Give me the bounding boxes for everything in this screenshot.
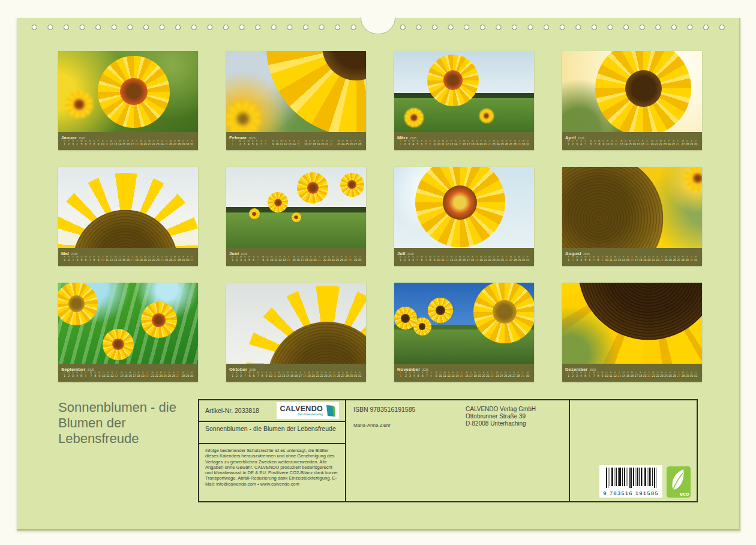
day-number: 2 [403, 259, 407, 262]
day-number: 24 [664, 259, 668, 262]
day-number: 23 [327, 259, 331, 262]
weekday-letter: M [420, 256, 424, 258]
day-number: 12 [109, 259, 113, 262]
weekday-letter: S [256, 256, 260, 258]
weekday-letter: D [358, 256, 362, 258]
page-title: Sonnenblumen - die Blumen der Lebensfreu… [58, 400, 197, 447]
weekday-letter: F [75, 372, 79, 374]
day-number: 22 [488, 259, 492, 262]
weekday-letter: S [429, 372, 433, 374]
day-number: 24 [341, 143, 345, 146]
day-number: 27 [681, 143, 685, 146]
day-number: 24 [499, 375, 503, 378]
calendar-week: M21D22M23D24F25S26S27 [652, 372, 681, 378]
weekday-letter: M [316, 372, 320, 374]
weekday-letter: M [488, 256, 492, 258]
day-number: 5 [583, 143, 587, 146]
month-thumbnail-grid: Januar2026 D1F2S3S4M5D6M7D8F9S10S11M12D1… [58, 51, 702, 382]
month-photo [562, 283, 702, 364]
day-number: 5 [251, 143, 255, 146]
weekday-letter: M [634, 256, 638, 258]
weekday-letter: D [62, 140, 67, 142]
weekday-letter: M [312, 140, 316, 142]
day-number: 20 [311, 375, 316, 378]
weekday-letter: F [126, 140, 130, 142]
weekday-letter: S [282, 256, 286, 258]
weekday-letter: M [613, 256, 617, 258]
weekday-letter: M [652, 372, 656, 374]
day-number: 7 [89, 375, 93, 378]
barcode-number: 9 783516 191585 [603, 490, 659, 496]
day-number: 15 [458, 143, 462, 146]
weekday-letter: M [464, 372, 469, 374]
weekday-letter: D [93, 372, 97, 374]
month-photo [226, 167, 366, 248]
day-number: 28 [358, 143, 362, 146]
weekday-letter: M [681, 140, 685, 142]
day-number: 19 [643, 259, 647, 262]
sunflower-graphic [141, 302, 177, 338]
weekday-letter: M [411, 140, 415, 142]
day-number: 7 [88, 143, 92, 146]
sunflower-graphic [404, 108, 424, 127]
weekday-letter: D [601, 140, 605, 142]
day-number: 8 [597, 143, 601, 146]
day-number: 14 [622, 259, 626, 262]
day-number: 19 [139, 259, 143, 262]
weekday-letter: S [71, 140, 75, 142]
day-number: 1 [230, 259, 235, 262]
calendar-page: Januar2026 D1F2S3S4M5D6M7D8F9S10S11M12D1… [17, 18, 740, 531]
day-number: 7 [425, 375, 429, 378]
day-number: 4 [243, 375, 247, 378]
day-number: 13 [114, 375, 118, 378]
day-number: 2 [238, 143, 242, 146]
day-number: 16 [632, 143, 637, 146]
day-number: 9 [265, 259, 269, 262]
day-number: 16 [296, 259, 301, 262]
day-number: 5 [583, 259, 587, 262]
calendar-week: M8D9M10D11F12S13S14 [261, 256, 290, 262]
weekday-letter: S [130, 256, 134, 258]
day-number: 28 [685, 143, 689, 146]
calendar-week: M30 [526, 372, 530, 378]
weekday-letter: M [173, 256, 177, 258]
day-number: 27 [509, 259, 513, 262]
day-number: 20 [320, 143, 325, 146]
weekday-letter: D [349, 372, 353, 374]
weekday-letter: D [109, 256, 113, 258]
day-number: 12 [445, 259, 449, 262]
weekday-letter: S [470, 256, 475, 258]
day-number: 20 [647, 259, 651, 262]
legal-text: Infolge bestehender Schutzrechte ist es … [199, 444, 345, 501]
weekday-letter: S [251, 256, 256, 258]
weekday-letter: M [261, 256, 265, 258]
calendar-back-cover: Januar2026 D1F2S3S4M5D6M7D8F9S10S11M12D1… [0, 0, 756, 545]
day-number: 3 [71, 375, 75, 378]
day-number: 18 [473, 375, 477, 378]
calendar-week: M17D18M19D20F21S22S23 [634, 256, 664, 262]
day-number: 14 [118, 259, 122, 262]
calendar-week: S1 [398, 140, 403, 146]
weekday-letter: M [169, 140, 173, 142]
weekday-letter: M [139, 140, 143, 142]
weekday-letter: M [689, 140, 694, 142]
sunflower-graphic [340, 173, 364, 197]
day-number: 12 [277, 375, 281, 378]
day-number: 17 [466, 143, 470, 146]
sunflower-graphic [98, 56, 170, 128]
weekday-letter: M [177, 140, 181, 142]
weekday-letter: S [348, 256, 352, 258]
weekday-letter: S [610, 140, 614, 142]
month-year: 2026 [248, 136, 255, 140]
weekday-letter: M [592, 372, 596, 374]
weekday-letter: M [331, 256, 335, 258]
weekday-letter: S [520, 372, 524, 374]
weekday-letter: S [617, 372, 622, 374]
weekday-letter: M [521, 140, 526, 142]
day-number: 22 [152, 143, 156, 146]
day-number: 28 [681, 375, 685, 378]
weekday-letter: S [647, 372, 651, 374]
weekday-letter: S [475, 256, 479, 258]
day-number: 2 [235, 259, 239, 262]
month-card: August2026 S1S2M3D4M5D6F7S8S9M10D11M12D1… [562, 167, 702, 266]
